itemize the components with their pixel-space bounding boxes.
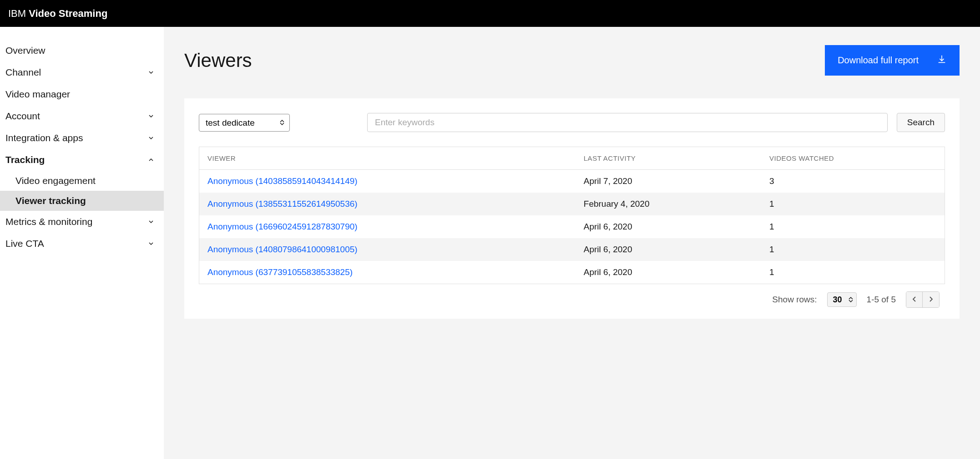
viewer-link[interactable]: Anonymous (14080798641000981005): [207, 245, 358, 254]
pager: [906, 291, 940, 308]
table-row: Anonymous (14080798641000981005)April 6,…: [199, 238, 945, 261]
table-row: Anonymous (6377391055838533825)April 6, …: [199, 261, 945, 284]
table-header-row: VIEWER LAST ACTIVITY VIDEOS WATCHED: [199, 147, 945, 170]
column-header-last-activity: LAST ACTIVITY: [576, 147, 761, 170]
chevron-down-icon: [146, 68, 156, 77]
sidebar-item-overview[interactable]: Overview: [0, 40, 164, 61]
chevron-up-icon: [146, 155, 156, 164]
viewer-link[interactable]: Anonymous (13855311552614950536): [207, 199, 358, 209]
cell-last-activity: April 7, 2020: [576, 170, 761, 193]
keyword-input[interactable]: [367, 113, 888, 132]
sidebar-item-label: Tracking: [5, 154, 45, 165]
table-row: Anonymous (14038585914043414149)April 7,…: [199, 170, 945, 193]
cell-videos-watched: 3: [761, 170, 945, 193]
prev-page-button[interactable]: [906, 292, 923, 307]
sidebar-item-metrics-monitoring[interactable]: Metrics & monitoring: [0, 211, 164, 233]
sidebar-item-channel[interactable]: Channel: [0, 61, 164, 83]
sidebar-item-label: Live CTA: [5, 238, 44, 249]
column-header-videos-watched: VIDEOS WATCHED: [761, 147, 945, 170]
top-bar: IBM Video Streaming: [0, 0, 980, 27]
download-button-label: Download full report: [838, 55, 919, 66]
sidebar-item-label: Video engagement: [15, 175, 96, 186]
cell-videos-watched: 1: [761, 215, 945, 238]
chevron-left-icon: [912, 296, 917, 304]
filter-select-wrap: test dedicate: [199, 114, 290, 132]
viewers-card: test dedicate Search VIEWER LAST ACTIVIT…: [184, 98, 960, 319]
sidebar: Overview Channel Video manager Account I…: [0, 27, 164, 459]
cell-last-activity: April 6, 2020: [576, 238, 761, 261]
sidebar-item-label: Channel: [5, 67, 41, 78]
viewer-link[interactable]: Anonymous (14038585914043414149): [207, 176, 358, 186]
cell-videos-watched: 1: [761, 261, 945, 284]
cell-last-activity: April 6, 2020: [576, 215, 761, 238]
next-page-button[interactable]: [923, 292, 939, 307]
chevron-down-icon: [146, 133, 156, 143]
cell-last-activity: April 6, 2020: [576, 261, 761, 284]
sidebar-subitem-viewer-tracking[interactable]: Viewer tracking: [0, 191, 164, 211]
download-full-report-button[interactable]: Download full report: [825, 45, 960, 76]
sidebar-item-label: Video manager: [5, 89, 70, 100]
pagination-range: 1-5 of 5: [867, 295, 896, 305]
sidebar-item-integration-apps[interactable]: Integration & apps: [0, 127, 164, 149]
viewers-table: VIEWER LAST ACTIVITY VIDEOS WATCHED Anon…: [199, 147, 945, 284]
cell-videos-watched: 1: [761, 193, 945, 215]
sidebar-subitem-video-engagement[interactable]: Video engagement: [0, 171, 164, 191]
sidebar-item-tracking[interactable]: Tracking: [0, 149, 164, 171]
page-title: Viewers: [184, 50, 252, 71]
viewer-link[interactable]: Anonymous (6377391055838533825): [207, 267, 353, 277]
search-button[interactable]: Search: [897, 113, 945, 132]
table-row: Anonymous (13855311552614950536)February…: [199, 193, 945, 215]
filter-controls: test dedicate Search: [199, 113, 945, 132]
sidebar-item-label: Overview: [5, 45, 45, 56]
rows-per-page-select[interactable]: 30: [827, 292, 857, 307]
viewer-link[interactable]: Anonymous (16696024591287830790): [207, 222, 358, 231]
chevron-down-icon: [146, 112, 156, 121]
main-content: Viewers Download full report test dedica…: [164, 27, 980, 459]
brand-name: Video Streaming: [29, 8, 107, 20]
filter-select[interactable]: test dedicate: [199, 114, 290, 132]
page-header: Viewers Download full report: [184, 45, 960, 76]
sidebar-item-account[interactable]: Account: [0, 105, 164, 127]
sidebar-item-label: Metrics & monitoring: [5, 216, 92, 227]
brand-prefix: IBM: [8, 8, 26, 20]
sidebar-item-label: Integration & apps: [5, 133, 83, 143]
chevron-down-icon: [146, 217, 156, 226]
sidebar-item-label: Account: [5, 111, 40, 122]
cell-last-activity: February 4, 2020: [576, 193, 761, 215]
sidebar-item-label: Viewer tracking: [15, 195, 86, 206]
column-header-viewer: VIEWER: [199, 147, 576, 170]
table-row: Anonymous (16696024591287830790)April 6,…: [199, 215, 945, 238]
show-rows-label: Show rows:: [772, 295, 817, 305]
download-icon: [937, 54, 947, 66]
sidebar-item-video-manager[interactable]: Video manager: [0, 83, 164, 105]
cell-videos-watched: 1: [761, 238, 945, 261]
chevron-right-icon: [929, 296, 933, 304]
chevron-down-icon: [146, 239, 156, 248]
table-footer: Show rows: 30 1-5 of 5: [199, 284, 945, 308]
sidebar-item-live-cta[interactable]: Live CTA: [0, 233, 164, 255]
